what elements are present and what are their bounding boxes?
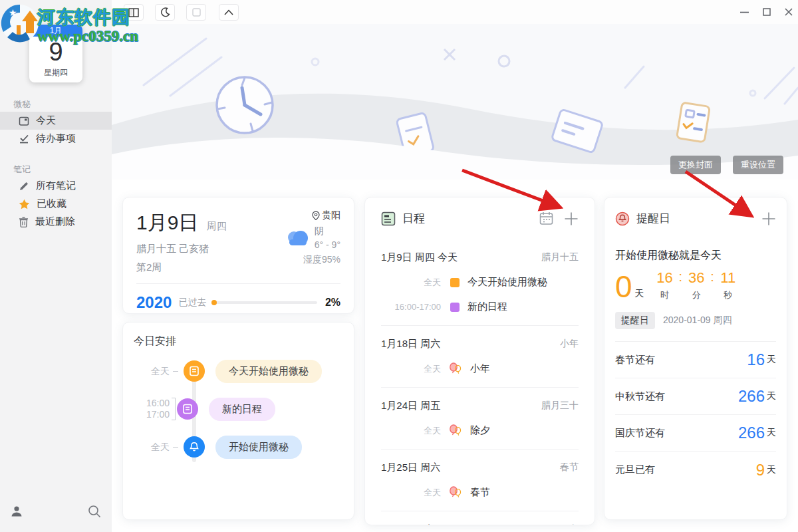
event-title: 除夕 <box>470 424 490 437</box>
sidebar-date-card[interactable]: 1月 9 星期四 <box>29 25 82 82</box>
split-pane-icon <box>128 8 139 17</box>
event-time: 全天 <box>381 487 441 499</box>
sidebar-item-favorites[interactable]: 已收藏 <box>0 195 112 213</box>
reminder-row-new-year[interactable]: 元旦已有 9 天 <box>615 452 776 488</box>
countdown-hours-unit: 时 <box>660 289 669 301</box>
square-tool-button[interactable] <box>186 4 206 21</box>
sidebar-item-label: 今天 <box>36 114 56 127</box>
add-schedule-icon[interactable] <box>564 211 579 226</box>
plan-item-title[interactable]: 新的日程 <box>209 398 275 421</box>
sidebar-item-label: 所有笔记 <box>36 180 76 192</box>
titlebar <box>112 0 798 24</box>
calendar-view-icon[interactable] <box>539 211 553 225</box>
minimize-button[interactable] <box>735 3 753 21</box>
search-button[interactable] <box>87 504 102 521</box>
weather-humidity: 湿度95% <box>261 254 340 266</box>
person-icon <box>9 504 24 519</box>
sidebar-item-label: 已收藏 <box>37 198 66 210</box>
plan-item-timed-schedule[interactable]: 16:00 17:00 新的日程 <box>134 398 343 420</box>
schedule-event[interactable]: 全天 小年 <box>381 362 579 375</box>
location-pin-icon <box>312 211 320 220</box>
sidebar-item-label: 待办事项 <box>36 132 76 145</box>
reminder-row-label: 中秋节还有 <box>615 390 665 403</box>
year-progress-bar <box>211 301 317 304</box>
user-profile-button[interactable] <box>9 504 24 521</box>
square-icon <box>192 8 201 17</box>
plan-item-title[interactable]: 今天开始使用微秘 <box>215 360 322 383</box>
schedule-card-title: 日程 <box>402 211 425 226</box>
collapse-button[interactable] <box>219 4 239 21</box>
reset-position-button[interactable]: 重设位置 <box>733 156 783 174</box>
countdown-colon: : <box>679 269 683 285</box>
search-icon <box>87 504 102 519</box>
event-title: 新的日程 <box>467 301 507 313</box>
event-color-square <box>450 278 460 287</box>
plan-item-time: 全天 <box>134 366 170 377</box>
reminder-card: 提醒日 开始使用微秘就是今天 0 天 16 时 : 36 分 : 11 秒 提醒… <box>604 197 787 520</box>
event-time: 全天 <box>381 363 441 375</box>
note-icon <box>189 366 200 376</box>
change-cover-button[interactable]: 更换封面 <box>670 156 721 174</box>
event-title: 春节 <box>470 486 490 499</box>
today-plan-card: 今日安排 全天 今天开始使用微秘 16:00 17:00 <box>122 322 354 520</box>
plan-item-allday-reminder[interactable]: 全天 开始使用微秘 <box>134 436 343 458</box>
today-weekday: 周四 <box>207 220 227 231</box>
reminder-row-unit: 天 <box>767 354 776 366</box>
close-icon <box>785 8 793 16</box>
maximize-button[interactable] <box>757 3 776 21</box>
reminder-row-label: 元旦已有 <box>615 464 655 476</box>
event-time: 全天 <box>381 277 441 289</box>
group-festival-tag: 小年 <box>560 338 579 350</box>
timeline-tick <box>173 371 178 372</box>
countdown: 0 天 16 时 : 36 分 : 11 秒 <box>615 269 776 301</box>
schedule-event[interactable]: 全天 今天开始使用微秘 <box>381 276 579 289</box>
divider <box>381 511 579 511</box>
reminder-badge: 提醒日 <box>615 312 655 329</box>
year-passed-label: 已过去 <box>178 297 206 309</box>
reminder-circle-blue <box>184 436 205 458</box>
event-time: 全天 <box>381 425 441 437</box>
layout-split-button[interactable] <box>124 4 144 21</box>
add-reminder-icon[interactable] <box>761 211 776 226</box>
close-button[interactable] <box>779 3 798 21</box>
sidebar-item-today[interactable]: 今天 <box>0 112 112 130</box>
maximize-icon <box>763 8 771 16</box>
plan-timeline: 全天 今天开始使用微秘 16:00 17:00 <box>134 323 343 521</box>
year-label: 2020 <box>136 293 172 312</box>
section-header-notes: 笔记 <box>0 164 112 177</box>
plan-item-end-time: 17:00 <box>134 409 170 420</box>
divider <box>381 325 579 326</box>
reminder-row-unit: 天 <box>767 427 776 439</box>
reminder-row-value: 266 <box>738 387 765 406</box>
note-circle-orange <box>184 360 205 382</box>
note-icon <box>182 404 193 414</box>
sidebar-item-todo[interactable]: 待办事项 <box>0 130 112 148</box>
divider <box>381 387 579 388</box>
event-time: 16:00-17:00 <box>381 302 441 312</box>
schedule-event[interactable]: 16:00-17:00 新的日程 <box>381 301 579 313</box>
schedule-event[interactable]: 全天 春节 <box>381 486 579 499</box>
reminder-row-national-day[interactable]: 国庆节还有 266 天 <box>615 415 776 452</box>
todo-check-icon <box>19 134 29 144</box>
group-festival-tag: 春节 <box>560 462 579 474</box>
reminder-row-spring-festival[interactable]: 春节还有 16 天 <box>615 342 776 378</box>
reminder-row-midautumn[interactable]: 中秋节还有 266 天 <box>615 378 776 415</box>
reminder-row-value: 9 <box>756 461 765 479</box>
event-title: 今天开始使用微秘 <box>467 276 547 289</box>
year-progress-dot <box>211 300 217 305</box>
plan-item-allday-note[interactable]: 全天 今天开始使用微秘 <box>134 360 343 382</box>
time-bracket <box>172 398 176 420</box>
date-card-weekday: 星期四 <box>29 67 82 78</box>
reminder-card-title: 提醒日 <box>636 211 670 226</box>
night-mode-button[interactable] <box>155 4 175 21</box>
group-date-text: 2月8日 周六 <box>381 523 435 525</box>
schedule-event[interactable]: 全天 除夕 <box>381 424 579 437</box>
plan-item-time: 全天 <box>134 442 170 453</box>
sidebar-item-all-notes[interactable]: 所有笔记 <box>0 177 112 195</box>
weather-temperature: 6° - 9° <box>315 239 340 250</box>
group-date-text: 1月25日 周六 <box>381 462 440 474</box>
pencil-icon <box>19 181 29 192</box>
sidebar-item-recent-deleted[interactable]: 最近删除 <box>0 213 112 231</box>
today-week-number: 第2周 <box>136 261 261 274</box>
plan-item-title[interactable]: 开始使用微秘 <box>215 436 302 459</box>
